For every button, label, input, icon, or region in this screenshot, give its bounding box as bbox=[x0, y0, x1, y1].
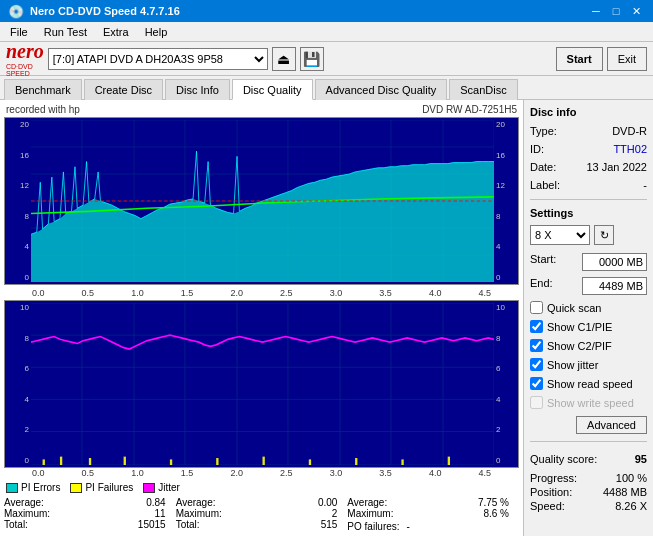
speed-label: Speed: bbox=[530, 500, 565, 512]
menu-help[interactable]: Help bbox=[139, 25, 174, 39]
maximize-button[interactable]: □ bbox=[607, 3, 625, 19]
position-value: 4488 MB bbox=[603, 486, 647, 498]
svg-rect-41 bbox=[309, 459, 311, 465]
pi-failures-color bbox=[70, 483, 82, 493]
exit-button[interactable]: Exit bbox=[607, 47, 647, 71]
tab-create-disc[interactable]: Create Disc bbox=[84, 79, 163, 100]
save-icon-button[interactable]: 💾 bbox=[300, 47, 324, 71]
tabs: Benchmark Create Disc Disc Info Disc Qua… bbox=[0, 76, 653, 100]
svg-rect-36 bbox=[89, 458, 91, 465]
main-content: recorded with hp DVD RW AD-7251H5 20 16 … bbox=[0, 100, 653, 536]
refresh-button[interactable]: ↻ bbox=[594, 225, 614, 245]
legend-pi-errors: PI Errors bbox=[6, 482, 60, 493]
drive-select[interactable]: [7:0] ATAPI DVD A DH20A3S 9P58 bbox=[48, 48, 268, 70]
divider-2 bbox=[530, 441, 647, 442]
pi-failures-stats: Average: 0.00 Maximum: 2 Total: 515 bbox=[176, 497, 348, 532]
show-read-speed-label: Show read speed bbox=[547, 378, 633, 390]
bottom-chart: 10 8 6 4 2 0 10 8 6 4 2 0 bbox=[4, 300, 519, 468]
pi-errors-avg-value: 0.84 bbox=[146, 497, 165, 508]
tab-benchmark[interactable]: Benchmark bbox=[4, 79, 82, 100]
sidebar: Disc info Type: DVD-R ID: TTH02 Date: 13… bbox=[523, 100, 653, 536]
start-button[interactable]: Start bbox=[556, 47, 603, 71]
advanced-button[interactable]: Advanced bbox=[576, 416, 647, 434]
quick-scan-label: Quick scan bbox=[547, 302, 601, 314]
legend: PI Errors PI Failures Jitter bbox=[4, 478, 519, 497]
divider-1 bbox=[530, 199, 647, 200]
svg-rect-35 bbox=[60, 457, 62, 465]
chart-header: recorded with hp DVD RW AD-7251H5 bbox=[4, 104, 519, 115]
menu-file[interactable]: File bbox=[4, 25, 34, 39]
jitter-stats: Average: 7.75 % Maximum: 8.6 % PO failur… bbox=[347, 497, 519, 532]
progress-row: Progress: 100 % bbox=[530, 471, 647, 485]
show-c1-pie-checkbox[interactable] bbox=[530, 320, 543, 333]
eject-icon-button[interactable]: ⏏ bbox=[272, 47, 296, 71]
menu-bar: File Run Test Extra Help bbox=[0, 22, 653, 42]
pi-errors-stats: Average: 0.84 Maximum: 11 Total: 15015 bbox=[4, 497, 176, 532]
pi-errors-total-row: Total: 15015 bbox=[4, 519, 176, 530]
title-bar-controls: ─ □ ✕ bbox=[587, 3, 645, 19]
pi-errors-max-label: Maximum: bbox=[4, 508, 50, 519]
settings-title: Settings bbox=[530, 207, 647, 219]
top-chart-inner bbox=[31, 120, 494, 282]
show-c2-pif-label: Show C2/PIF bbox=[547, 340, 612, 352]
position-row: Position: 4488 MB bbox=[530, 485, 647, 499]
app-icon: 💿 bbox=[8, 4, 24, 19]
pi-failures-total-value: 515 bbox=[321, 519, 338, 530]
progress-label: Progress: bbox=[530, 472, 577, 484]
svg-rect-40 bbox=[263, 457, 265, 465]
start-mb-input[interactable] bbox=[582, 253, 647, 271]
jitter-avg-row: Average: 7.75 % bbox=[347, 497, 519, 508]
show-c2-pif-checkbox[interactable] bbox=[530, 339, 543, 352]
tab-scan-disc[interactable]: ScanDisc bbox=[449, 79, 517, 100]
pi-errors-max-row: Maximum: 11 bbox=[4, 508, 176, 519]
show-write-speed-label: Show write speed bbox=[547, 397, 634, 409]
progress-value: 100 % bbox=[616, 472, 647, 484]
minimize-button[interactable]: ─ bbox=[587, 3, 605, 19]
menu-run-test[interactable]: Run Test bbox=[38, 25, 93, 39]
disc-id-value[interactable]: TTH02 bbox=[613, 143, 647, 155]
svg-rect-18 bbox=[31, 303, 494, 465]
tab-advanced-disc-quality[interactable]: Advanced Disc Quality bbox=[315, 79, 448, 100]
pi-errors-avg-row: Average: 0.84 bbox=[4, 497, 176, 508]
bottom-chart-svg bbox=[31, 303, 494, 465]
show-jitter-checkbox[interactable] bbox=[530, 358, 543, 371]
chart-area: recorded with hp DVD RW AD-7251H5 20 16 … bbox=[0, 100, 523, 536]
jitter-label: Jitter bbox=[158, 482, 180, 493]
tab-disc-info[interactable]: Disc Info bbox=[165, 79, 230, 100]
show-write-speed-row: Show write speed bbox=[530, 395, 647, 410]
progress-rows: Progress: 100 % Position: 4488 MB Speed:… bbox=[530, 471, 647, 513]
top-chart-y-right: 20 16 12 8 4 0 bbox=[494, 118, 518, 284]
disc-label-row: Label: - bbox=[530, 178, 647, 192]
pi-failures-avg-value: 0.00 bbox=[318, 497, 337, 508]
stats-row: Average: 0.84 Maximum: 11 Total: 15015 A… bbox=[4, 497, 519, 532]
tab-disc-quality[interactable]: Disc Quality bbox=[232, 79, 313, 100]
jitter-avg-value: 7.75 % bbox=[478, 497, 509, 508]
speed-row: Speed: 8.26 X bbox=[530, 499, 647, 513]
svg-rect-44 bbox=[448, 457, 450, 465]
pi-failures-total-row: Total: 515 bbox=[176, 519, 348, 530]
disc-date-label: Date: bbox=[530, 161, 556, 173]
disc-date-value: 13 Jan 2022 bbox=[586, 161, 647, 173]
disc-label-label: Label: bbox=[530, 179, 560, 191]
quality-score-label: Quality score: bbox=[530, 453, 597, 465]
pi-failures-label: PI Failures bbox=[85, 482, 133, 493]
pi-failures-max-value: 2 bbox=[332, 508, 338, 519]
bottom-chart-y-right: 10 8 6 4 2 0 bbox=[494, 301, 518, 467]
menu-extra[interactable]: Extra bbox=[97, 25, 135, 39]
disc-info-title: Disc info bbox=[530, 106, 647, 118]
show-c1-pie-label: Show C1/PIE bbox=[547, 321, 612, 333]
pi-errors-max-value: 11 bbox=[155, 508, 166, 519]
pi-errors-total-value: 15015 bbox=[138, 519, 166, 530]
end-mb-input[interactable] bbox=[582, 277, 647, 295]
toolbar: nero CD·DVDSPEED [7:0] ATAPI DVD A DH20A… bbox=[0, 42, 653, 76]
show-jitter-row: Show jitter bbox=[530, 357, 647, 372]
speed-settings-row: 8 X ↻ bbox=[530, 225, 647, 245]
pi-errors-total-label: Total: bbox=[4, 519, 28, 530]
quick-scan-checkbox[interactable] bbox=[530, 301, 543, 314]
speed-select[interactable]: 8 X bbox=[530, 225, 590, 245]
show-read-speed-checkbox[interactable] bbox=[530, 377, 543, 390]
nero-logo: nero CD·DVDSPEED bbox=[6, 40, 44, 77]
close-button[interactable]: ✕ bbox=[627, 3, 645, 19]
jitter-max-label: Maximum: bbox=[347, 508, 393, 519]
toolbar-select-wrapper: [7:0] ATAPI DVD A DH20A3S 9P58 ⏏ 💾 bbox=[48, 47, 552, 71]
